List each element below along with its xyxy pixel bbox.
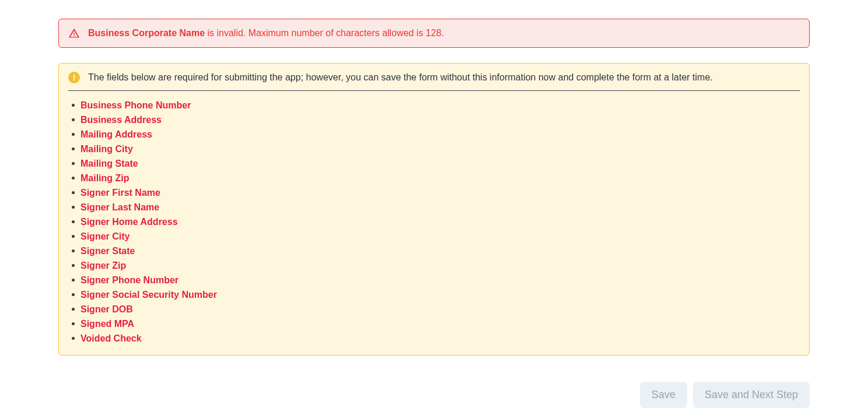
list-item: Signer DOB bbox=[72, 302, 800, 316]
bullet-icon bbox=[72, 308, 75, 311]
list-item: Signer Home Address bbox=[72, 214, 800, 229]
bullet-icon bbox=[72, 249, 75, 252]
bullet-icon bbox=[72, 118, 75, 121]
bullet-icon bbox=[72, 322, 75, 325]
required-field-link[interactable]: Signer State bbox=[80, 246, 135, 256]
list-item: Business Phone Number bbox=[72, 98, 800, 112]
required-field-link[interactable]: Signer City bbox=[80, 231, 130, 242]
list-item: Mailing Address bbox=[72, 127, 800, 142]
required-field-link[interactable]: Signer Phone Number bbox=[80, 275, 178, 286]
list-item: Signer First Name bbox=[72, 185, 800, 200]
required-field-link[interactable]: Signer First Name bbox=[80, 188, 160, 198]
warning-header: ! The fields below are required for subm… bbox=[68, 72, 800, 91]
list-item: Signer City bbox=[72, 229, 800, 244]
required-field-link[interactable]: Signer Zip bbox=[80, 261, 126, 271]
save-button[interactable]: Save bbox=[640, 382, 687, 408]
button-row: Save Save and Next Step bbox=[640, 382, 810, 408]
bullet-icon bbox=[72, 162, 75, 165]
list-item: Signer State bbox=[72, 244, 800, 258]
required-field-link[interactable]: Signer Last Name bbox=[80, 202, 159, 213]
required-fields-list: Business Phone NumberBusiness AddressMai… bbox=[68, 98, 800, 346]
error-field-name: Business Corporate Name bbox=[88, 28, 205, 38]
warning-alert: ! The fields below are required for subm… bbox=[58, 63, 810, 356]
bullet-icon bbox=[72, 235, 75, 238]
bullet-icon bbox=[72, 104, 75, 107]
required-field-link[interactable]: Mailing State bbox=[80, 159, 138, 169]
warning-triangle-icon bbox=[68, 27, 80, 39]
required-field-link[interactable]: Mailing Zip bbox=[80, 173, 130, 184]
bullet-icon bbox=[72, 191, 75, 194]
bullet-icon bbox=[72, 264, 75, 267]
bullet-icon bbox=[72, 177, 75, 180]
required-field-link[interactable]: Signed MPA bbox=[80, 319, 134, 329]
list-item: Signer Zip bbox=[72, 258, 800, 273]
content-wrapper: Business Corporate Name is invalid. Maxi… bbox=[0, 0, 868, 408]
list-item: Signed MPA bbox=[72, 316, 800, 331]
list-item: Signer Social Security Number bbox=[72, 287, 800, 302]
list-item: Business Address bbox=[72, 112, 800, 127]
exclamation-circle-icon: ! bbox=[68, 72, 80, 83]
required-field-link[interactable]: Signer Social Security Number bbox=[80, 290, 217, 300]
bullet-icon bbox=[72, 293, 75, 296]
list-item: Mailing City bbox=[72, 142, 800, 156]
bullet-icon bbox=[72, 337, 75, 340]
bullet-icon bbox=[72, 147, 75, 150]
required-field-link[interactable]: Signer DOB bbox=[80, 304, 133, 315]
error-message: Business Corporate Name is invalid. Maxi… bbox=[88, 28, 444, 38]
required-field-link[interactable]: Business Phone Number bbox=[80, 100, 191, 111]
bullet-icon bbox=[72, 206, 75, 209]
warning-message: The fields below are required for submit… bbox=[88, 72, 713, 83]
required-field-link[interactable]: Business Address bbox=[80, 115, 162, 125]
required-field-link[interactable]: Mailing City bbox=[80, 144, 133, 154]
required-field-link[interactable]: Voided Check bbox=[80, 333, 142, 344]
list-item: Mailing State bbox=[72, 156, 800, 171]
list-item: Mailing Zip bbox=[72, 171, 800, 185]
bullet-icon bbox=[72, 279, 75, 282]
required-field-link[interactable]: Mailing Address bbox=[80, 129, 152, 140]
list-item: Signer Last Name bbox=[72, 200, 800, 214]
error-message-text: is invalid. Maximum number of characters… bbox=[205, 28, 444, 38]
save-and-next-button[interactable]: Save and Next Step bbox=[693, 382, 810, 408]
required-field-link[interactable]: Signer Home Address bbox=[80, 217, 178, 227]
list-item: Signer Phone Number bbox=[72, 273, 800, 287]
error-alert: Business Corporate Name is invalid. Maxi… bbox=[58, 19, 810, 48]
bullet-icon bbox=[72, 220, 75, 223]
bullet-icon bbox=[72, 133, 75, 136]
list-item: Voided Check bbox=[72, 331, 800, 346]
